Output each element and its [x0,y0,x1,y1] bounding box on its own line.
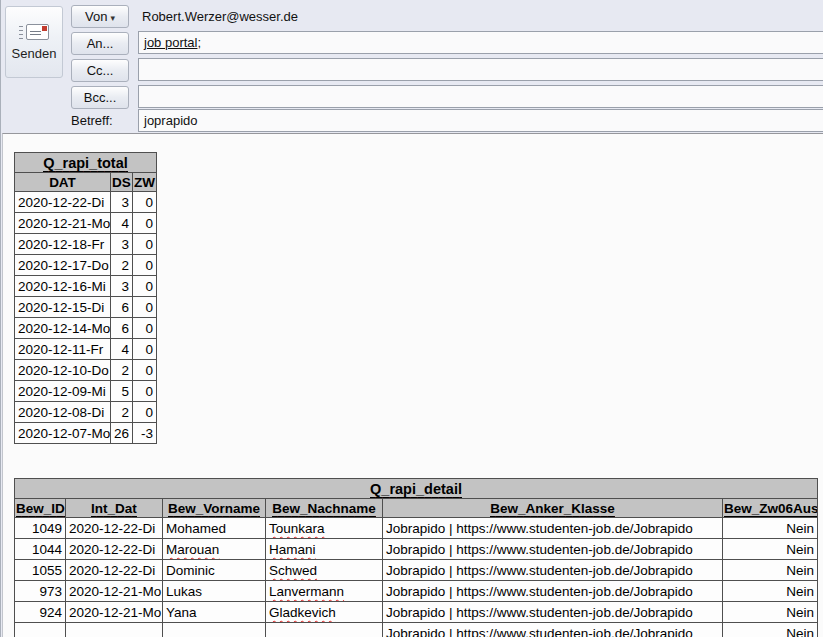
cell-nachname: Tounkara [266,518,383,539]
cell-zw: 0 [133,297,157,318]
from-address: Robert.Werzer@wesser.de [142,9,298,24]
column-header: DAT [15,173,111,192]
cell-zw: -3 [133,423,157,444]
subject-value: joprapido [144,113,198,128]
cell-ds: 3 [111,276,133,297]
cc-field[interactable] [138,58,823,81]
cell-zw: 0 [133,276,157,297]
address-line [30,31,41,35]
cell-anker-klasse: Jobrapido | https://www.studenten-job.de… [383,560,723,581]
detail-table: Q_rapi_detail Bew_IDInt_DatBew_VornameBe… [14,478,818,637]
table-row: 10442020-12-22-DiMarouanHamaniJobrapido … [15,539,818,560]
detail-table-title: Q_rapi_detail [370,481,462,498]
cell-dat: 2020-12-16-Mi [15,276,111,297]
send-button-label: Senden [12,46,57,61]
cell-dat: 2020-12-18-Fr [15,234,111,255]
cell-anker-klasse: Jobrapido | https://www.studenten-job.de… [383,518,723,539]
cell-vorname: Lukas [163,581,266,602]
table-row: 2020-12-17-Do20 [15,255,157,276]
cell-nachname: Lanvermann [266,581,383,602]
cell-dat: 2020-12-09-Mi [15,381,111,402]
cell-dat: 2020-12-10-Do [15,360,111,381]
cell-dat: 2020-12-22-Di [15,192,111,213]
table-row: 2020-12-08-Di20 [15,402,157,423]
table-row: 2020-12-18-Fr30 [15,234,157,255]
cell-ds: 4 [111,339,133,360]
cell-int-dat: 2020-12-21-Mo [66,581,163,602]
send-button[interactable]: Senden [5,6,63,78]
cell-zw: 0 [133,213,157,234]
cell-vorname: Dominic [163,560,266,581]
bcc-button[interactable]: Bcc... [71,86,129,109]
table-row: 2020-12-14-Mo60 [15,318,157,339]
mail-compose-window: Senden Von▾ An... Cc... Bcc... Robert.We… [0,0,823,637]
table-row: 2020-12-21-Mo40 [15,213,157,234]
cell-dat: 2020-12-14-Mo [15,318,111,339]
cell-ds: 3 [111,192,133,213]
cell-zw: 0 [133,192,157,213]
total-table: Q_rapi_total DATDSZW 2020-12-22-Di302020… [14,152,157,444]
cell-zw06aus: Nein [723,560,818,581]
cell-zw06aus: Nein [723,581,818,602]
cell-zw: 0 [133,234,157,255]
cell-ds: 5 [111,381,133,402]
cell-bew-id: 1049 [15,518,66,539]
cell-bew-id [15,623,66,637]
cell-bew-id: 973 [15,581,66,602]
cell-dat: 2020-12-11-Fr [15,339,111,360]
cell-vorname [163,623,266,637]
table-row: 2020-12-22-Di30 [15,192,157,213]
total-table-header-row: DATDSZW [15,173,157,192]
speed-lines [19,26,23,39]
cell-ds: 6 [111,318,133,339]
subject-label: Betreff: [71,113,113,128]
cell-zw: 0 [133,339,157,360]
from-button[interactable]: Von▾ [71,5,129,28]
column-header: ZW [133,173,157,192]
cell-bew-id: 924 [15,602,66,623]
cell-dat: 2020-12-15-Di [15,297,111,318]
cell-zw: 0 [133,318,157,339]
cell-zw: 0 [133,402,157,423]
cell-nachname: Hamani [266,539,383,560]
envelope-shape [26,24,49,40]
table-row-partial: Jobrapido | https://www.studenten-job.de… [15,623,818,637]
total-table-title-row: Q_rapi_total [15,153,157,173]
column-header: Bew_Nachname [266,499,383,518]
cell-ds: 2 [111,255,133,276]
cc-button[interactable]: Cc... [71,59,129,82]
cell-int-dat: 2020-12-22-Di [66,560,163,581]
cell-ds: 3 [111,234,133,255]
column-header: Bew_Zw06Aus [723,499,818,518]
cell-int-dat: 2020-12-22-Di [66,518,163,539]
to-field[interactable]: job portal; [138,31,823,54]
column-header: Int_Dat [66,499,163,518]
cell-vorname: Mohamed [163,518,266,539]
send-envelope-icon [18,24,50,41]
total-table-title: Q_rapi_total [43,155,128,172]
subject-field[interactable]: joprapido [138,109,823,132]
column-header: Bew_ID [15,499,66,518]
detail-table-header-row: Bew_IDInt_DatBew_VornameBew_NachnameBew_… [15,499,818,518]
cell-dat: 2020-12-08-Di [15,402,111,423]
chevron-down-icon: ▾ [110,13,115,23]
to-button[interactable]: An... [71,32,129,55]
cell-bew-id: 1044 [15,539,66,560]
message-body[interactable]: Q_rapi_total DATDSZW 2020-12-22-Di302020… [2,133,823,637]
column-header: Bew_Vorname [163,499,266,518]
recipient-chip[interactable]: job portal [144,35,197,50]
cell-anker-klasse: Jobrapido | https://www.studenten-job.de… [383,623,723,637]
table-row: 10492020-12-22-DiMohamedTounkaraJobrapid… [15,518,818,539]
cell-int-dat: 2020-12-22-Di [66,539,163,560]
cell-nachname: Gladkevich [266,602,383,623]
table-row: 2020-12-09-Mi50 [15,381,157,402]
cell-ds: 6 [111,297,133,318]
table-row: 2020-12-15-Di60 [15,297,157,318]
table-row: 2020-12-10-Do20 [15,360,157,381]
cell-zw: 0 [133,381,157,402]
cell-ds: 26 [111,423,133,444]
cell-zw06aus: Nein [723,623,818,637]
bcc-field[interactable] [138,85,823,108]
cell-zw: 0 [133,255,157,276]
column-header: DS [111,173,133,192]
